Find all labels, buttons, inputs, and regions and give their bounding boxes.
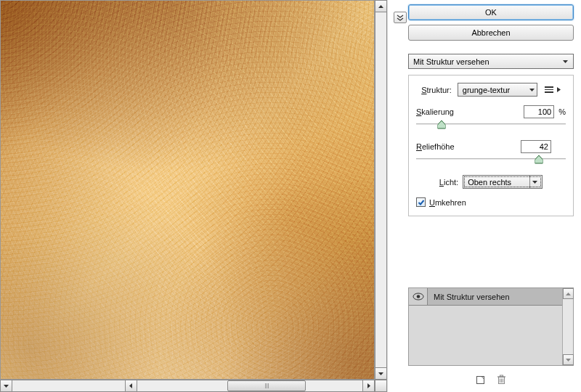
svg-marker-14 bbox=[566, 359, 571, 362]
svg-marker-10 bbox=[532, 181, 537, 184]
scaling-unit: % bbox=[558, 107, 566, 116]
scroll-down-button[interactable] bbox=[375, 367, 387, 380]
collapse-panel-button[interactable] bbox=[394, 12, 407, 23]
scroll-down-button[interactable] bbox=[563, 354, 574, 365]
delete-effect-layer-button[interactable] bbox=[497, 375, 506, 385]
preview-region bbox=[0, 0, 388, 392]
svg-point-12 bbox=[416, 295, 420, 298]
svg-marker-7 bbox=[557, 87, 561, 92]
svg-marker-6 bbox=[529, 89, 535, 91]
eye-icon bbox=[413, 293, 424, 301]
effect-layers-panel: Mit Struktur versehen bbox=[408, 287, 574, 366]
svg-marker-3 bbox=[129, 383, 132, 388]
texture-preview bbox=[1, 1, 374, 379]
scroll-right-button[interactable] bbox=[362, 380, 375, 392]
effect-layer-row[interactable]: Mit Struktur versehen bbox=[409, 288, 562, 306]
zoom-menu-button[interactable] bbox=[0, 380, 12, 392]
filter-dropdown-label: Mit Struktur versehen bbox=[413, 57, 489, 66]
cancel-button[interactable]: Abbrechen bbox=[408, 25, 574, 41]
svg-marker-8 bbox=[438, 121, 446, 128]
menu-icon bbox=[543, 86, 555, 93]
chevron-down-icon bbox=[529, 89, 535, 91]
relief-slider[interactable] bbox=[416, 156, 566, 166]
light-value: Oben rechts bbox=[468, 178, 527, 187]
chevron-down-icon bbox=[560, 60, 570, 63]
chevron-down-icon bbox=[532, 181, 537, 184]
structure-value: grunge-textur bbox=[463, 86, 527, 94]
scroll-left-button[interactable] bbox=[125, 380, 137, 392]
visibility-toggle[interactable] bbox=[409, 288, 428, 305]
light-label: Licht: bbox=[439, 178, 458, 187]
structure-dropdown[interactable]: grunge-textur bbox=[458, 83, 537, 97]
relief-label: Reliefhöhe bbox=[416, 142, 455, 151]
svg-marker-2 bbox=[4, 385, 9, 388]
invert-checkbox[interactable]: Umkehren bbox=[416, 197, 566, 207]
layers-scrollbar[interactable] bbox=[562, 288, 573, 365]
slider-track bbox=[416, 158, 566, 160]
structure-label: Struktur: bbox=[421, 86, 452, 94]
preview-canvas[interactable] bbox=[0, 0, 375, 380]
vertical-scrollbar[interactable] bbox=[375, 0, 387, 380]
scaling-slider[interactable] bbox=[416, 121, 566, 131]
svg-marker-9 bbox=[535, 155, 543, 163]
hscroll-track[interactable] bbox=[137, 380, 362, 392]
svg-marker-4 bbox=[367, 383, 370, 388]
svg-marker-0 bbox=[378, 5, 383, 8]
vscroll-track[interactable] bbox=[375, 12, 387, 367]
slider-thumb[interactable] bbox=[535, 155, 543, 164]
scroll-up-button[interactable] bbox=[375, 0, 387, 12]
new-effect-layer-button[interactable] bbox=[476, 375, 487, 385]
scroll-corner bbox=[375, 380, 387, 392]
hscroll-track-left[interactable] bbox=[12, 380, 125, 392]
structure-flyout-button[interactable] bbox=[543, 86, 561, 93]
scaling-input[interactable] bbox=[524, 105, 554, 118]
filter-dropdown[interactable]: Mit Struktur versehen bbox=[408, 54, 574, 69]
hscroll-thumb[interactable] bbox=[227, 380, 306, 391]
invert-label: Umkehren bbox=[429, 198, 466, 207]
effect-layer-label: Mit Struktur versehen bbox=[428, 293, 510, 301]
scroll-up-button[interactable] bbox=[563, 288, 574, 299]
svg-rect-18 bbox=[500, 375, 503, 377]
svg-marker-13 bbox=[566, 293, 571, 295]
check-icon bbox=[418, 199, 425, 206]
slider-thumb[interactable] bbox=[438, 121, 446, 129]
svg-marker-1 bbox=[378, 372, 383, 375]
chevron-right-icon bbox=[557, 87, 561, 92]
relief-input[interactable] bbox=[521, 140, 551, 153]
ok-button[interactable]: OK bbox=[408, 4, 574, 20]
light-dropdown[interactable]: Oben rechts bbox=[463, 175, 543, 189]
checkbox-box bbox=[416, 197, 426, 207]
scaling-label: Skalierung bbox=[416, 107, 454, 116]
svg-marker-5 bbox=[563, 60, 568, 63]
settings-panel: Struktur: grunge-textur Skalierung bbox=[408, 75, 574, 216]
